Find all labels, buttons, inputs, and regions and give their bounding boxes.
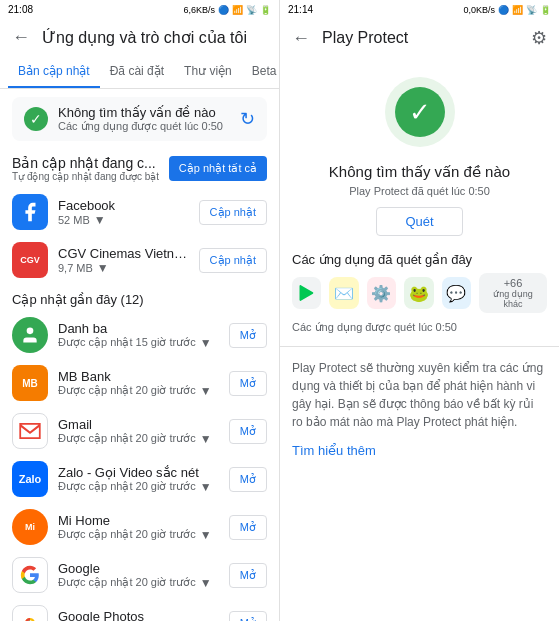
- mb-info: MB Bank Được cập nhật 20 giờ trước ▼: [58, 369, 219, 398]
- zalo-open-button[interactable]: Mở: [229, 467, 267, 492]
- chevron-icon: ▼: [200, 384, 212, 398]
- scan-text-sub: Các ứng dụng được quét lúc 0:50: [58, 120, 223, 133]
- facebook-size: 52 MB ▼: [58, 213, 189, 227]
- tab-thu-vien[interactable]: Thư viện: [174, 56, 242, 88]
- shield-small-icon: ✓: [24, 107, 48, 131]
- photos-open-button[interactable]: Mở: [229, 611, 267, 622]
- messenger-mini-icon: 💬: [442, 277, 471, 309]
- right-status-icons: 0,0KB/s 🔵 📶 📡 🔋: [463, 5, 551, 15]
- danh-ba-info: Danh ba Được cập nhật 15 giờ trước ▼: [58, 321, 219, 350]
- mihome-open-button[interactable]: Mở: [229, 515, 267, 540]
- list-item: Google Photos Được cập nhật 20 giờ trước…: [0, 599, 279, 621]
- scan-status-bar: ✓ Không tìm thấy vấn đề nào Các ứng dụng…: [12, 97, 267, 141]
- mb-time: Được cập nhật 20 giờ trước ▼: [58, 384, 219, 398]
- gmail-open-button[interactable]: Mở: [229, 419, 267, 444]
- left-header: ← Ứng dụng và trò chơi của tôi: [0, 19, 279, 56]
- wifi-icon: 📡: [246, 5, 257, 15]
- list-item: Mi Mi Home Được cập nhật 20 giờ trước ▼ …: [0, 503, 279, 551]
- chevron-icon: ▼: [200, 576, 212, 590]
- app-icon-2: ✉️: [329, 277, 358, 309]
- update-text-block: Bản cập nhật đang c... Tự động cập nhật …: [12, 155, 159, 182]
- list-item: MB MB Bank Được cập nhật 20 giờ trước ▼ …: [0, 359, 279, 407]
- scan-left: ✓ Không tìm thấy vấn đề nào Các ứng dụng…: [24, 105, 223, 133]
- recent-apps-section: Các ứng dụng đã quét gần đây ✉️ ⚙️ 🐸 💬: [280, 244, 559, 317]
- scan-button[interactable]: Quét: [376, 207, 462, 236]
- right-status-bar: 21:14 0,0KB/s 🔵 📶 📡 🔋: [280, 0, 559, 19]
- wifi-icon-r: 📡: [526, 5, 537, 15]
- mb-open-button[interactable]: Mở: [229, 371, 267, 396]
- cgv-icon: CGV: [12, 242, 48, 278]
- no-issues-text: Không tìm thấy vấn đề nào: [280, 157, 559, 183]
- settings-icon[interactable]: ⚙: [531, 27, 547, 49]
- left-status-icons: 6,6KB/s 🔵 📶 📡 🔋: [183, 5, 271, 15]
- signal-icon-r: 📶: [512, 5, 523, 15]
- recent-apps-title: Các ứng dụng đã quét gần đây: [292, 252, 547, 267]
- battery-icon-r: 🔋: [540, 5, 551, 15]
- chevron-icon: ▼: [97, 261, 109, 275]
- right-header: ← Play Protect ⚙: [280, 19, 559, 57]
- more-apps-badge: +66 ứng dụng khác: [479, 273, 547, 313]
- left-panel: 21:08 6,6KB/s 🔵 📶 📡 🔋 ← Ứng dụng và trò …: [0, 0, 280, 621]
- signal-icon: 📶: [232, 5, 243, 15]
- facebook-info: Facebook 52 MB ▼: [58, 198, 189, 227]
- app-icon-3: ⚙️: [367, 277, 396, 309]
- list-item: CGV CGV Cinemas Vietnam - R... 9,7 MB ▼ …: [0, 236, 279, 284]
- zalo-icon: Zalo: [12, 461, 48, 497]
- left-back-button[interactable]: ←: [12, 27, 30, 48]
- photos-icon: [12, 605, 48, 621]
- learn-more-link[interactable]: Tìm hiểu thêm: [280, 439, 559, 466]
- chevron-icon: ▼: [200, 432, 212, 446]
- google-info: Google Được cập nhật 20 giờ trước ▼: [58, 561, 219, 590]
- bluetooth-icon: 🔵: [218, 5, 229, 15]
- left-time: 21:08: [8, 4, 33, 15]
- right-back-button[interactable]: ←: [292, 28, 310, 49]
- shield-large-icon: ✓: [395, 87, 445, 137]
- danh-ba-open-button[interactable]: Mở: [229, 323, 267, 348]
- google-open-button[interactable]: Mở: [229, 563, 267, 588]
- chevron-icon: ▼: [200, 480, 212, 494]
- left-status-bar: 21:08 6,6KB/s 🔵 📶 📡 🔋: [0, 0, 279, 19]
- facebook-icon: [12, 194, 48, 230]
- mb-name: MB Bank: [58, 369, 219, 384]
- cgv-update-button[interactable]: Cập nhật: [199, 248, 267, 273]
- gmail-icon: [12, 413, 48, 449]
- list-item: Facebook 52 MB ▼ Cập nhật: [0, 188, 279, 236]
- cgv-info: CGV Cinemas Vietnam - R... 9,7 MB ▼: [58, 246, 189, 275]
- chevron-icon: ▼: [200, 336, 212, 350]
- google-name: Google: [58, 561, 219, 576]
- zalo-info: Zalo - Gọi Video sắc nét Được cập nhật 2…: [58, 465, 219, 494]
- google-time: Được cập nhật 20 giờ trước ▼: [58, 576, 219, 590]
- facebook-name: Facebook: [58, 198, 189, 213]
- chevron-icon: ▼: [94, 213, 106, 227]
- app-icons-row: ✉️ ⚙️ 🐸 💬 +66 ứng dụng khác: [292, 273, 547, 313]
- tab-beta[interactable]: Beta: [242, 56, 280, 88]
- update-section: Bản cập nhật đang c... Tự động cập nhật …: [0, 149, 279, 188]
- update-all-button[interactable]: Cập nhật tất cả: [169, 156, 267, 181]
- bluetooth-icon-r: 🔵: [498, 5, 509, 15]
- more-count: +66: [485, 277, 541, 289]
- tab-ban-cap-nhat[interactable]: Bản cập nhật: [8, 56, 100, 88]
- chevron-icon: ▼: [200, 528, 212, 542]
- right-header-title: Play Protect: [322, 29, 408, 47]
- scan-text-main: Không tìm thấy vấn đề nào: [58, 105, 223, 120]
- facebook-update-button[interactable]: Cập nhật: [199, 200, 267, 225]
- refresh-icon[interactable]: ↻: [240, 108, 255, 130]
- update-title: Bản cập nhật đang c...: [12, 155, 159, 171]
- svg-point-0: [27, 328, 34, 335]
- photos-info: Google Photos Được cập nhật 20 giờ trước…: [58, 609, 219, 622]
- cgv-size: 9,7 MB ▼: [58, 261, 189, 275]
- photos-name: Google Photos: [58, 609, 219, 622]
- list-item: Zalo Zalo - Gọi Video sắc nét Được cập n…: [0, 455, 279, 503]
- scan-time-text: Play Protect đã quét lúc 0:50: [280, 183, 559, 199]
- tab-da-cai-dat[interactable]: Đã cài đặt: [100, 56, 174, 88]
- shield-large-bg: ✓: [385, 77, 455, 147]
- play-store-mini-icon: [292, 277, 321, 309]
- left-tabs: Bản cập nhật Đã cài đặt Thư viện Beta: [0, 56, 279, 89]
- cgv-name: CGV Cinemas Vietnam - R...: [58, 246, 189, 261]
- mihome-time: Được cập nhật 20 giờ trước ▼: [58, 528, 219, 542]
- apps-scanned-time: Các ứng dụng được quét lúc 0:50: [280, 317, 559, 342]
- google-icon: [12, 557, 48, 593]
- mihome-info: Mi Home Được cập nhật 20 giờ trước ▼: [58, 513, 219, 542]
- zalo-name: Zalo - Gọi Video sắc nét: [58, 465, 219, 480]
- gmail-info: Gmail Được cập nhật 20 giờ trước ▼: [58, 417, 219, 446]
